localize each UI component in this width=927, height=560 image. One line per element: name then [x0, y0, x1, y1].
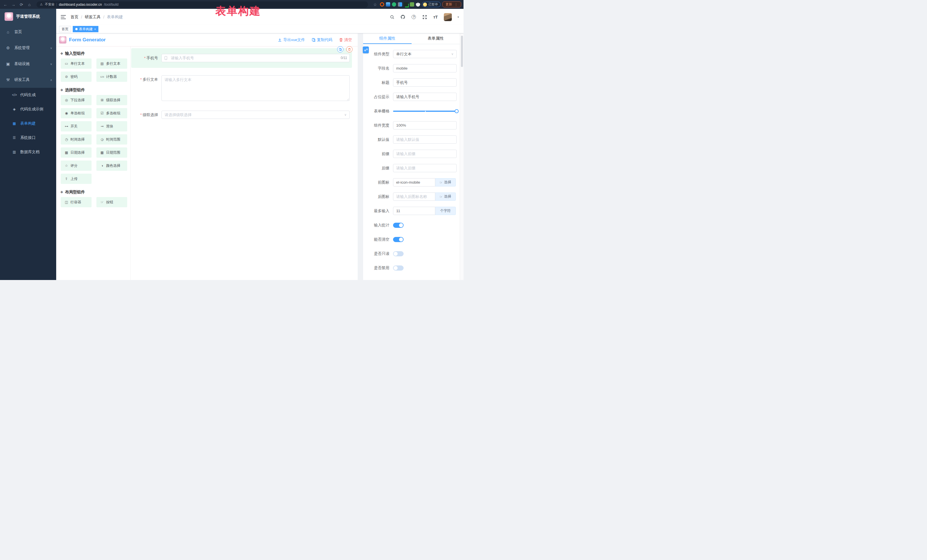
password-lock-icon: ⊘	[64, 75, 69, 79]
breadcrumb-home[interactable]: 首页	[70, 15, 78, 20]
sidebar-item-system-api[interactable]: ☰ 系统接口	[0, 131, 56, 145]
canvas-field-cascader[interactable]: *级联选择 请选择级联选择 ∨	[131, 108, 352, 122]
tab-component-props[interactable]: 组件属性	[363, 33, 412, 44]
palette-item-cascader[interactable]: ⊞级联选择	[96, 95, 127, 105]
fullscreen-icon[interactable]	[422, 15, 427, 20]
font-size-icon[interactable]: тT	[433, 15, 438, 20]
title-input[interactable]	[393, 78, 457, 87]
form-grid-slider[interactable]	[393, 107, 457, 115]
export-vue-label: 导出vue文件	[283, 37, 305, 42]
palette-item-date-picker[interactable]: ▦日期选择	[61, 147, 91, 158]
canvas-field-textarea[interactable]: *多行文本	[131, 73, 352, 105]
prefix-input[interactable]	[393, 150, 457, 158]
placeholder-input[interactable]	[393, 93, 457, 101]
extension-icon-2[interactable]	[386, 2, 390, 6]
textarea-input[interactable]	[161, 75, 350, 101]
palette-item-slider[interactable]: ⊸滑块	[96, 121, 127, 132]
palette-item-button[interactable]: ☞按钮	[96, 197, 127, 207]
search-icon[interactable]	[390, 15, 395, 20]
palette-item-rate[interactable]: ☆评分	[61, 161, 91, 171]
palette-item-radio-group[interactable]: ◉单选框组	[61, 108, 91, 118]
sidebar: 芋道管理系统 ⌂ 首页 ⚙ 系统管理 ∨ ▣ 基础设施 ∨ ⚒ 研发工具 ∧	[0, 9, 56, 280]
reload-icon[interactable]: ⟳	[18, 2, 24, 7]
security-label[interactable]: 不安全	[45, 2, 55, 6]
clear-button[interactable]: 清空	[339, 37, 352, 42]
default-value-input[interactable]	[393, 135, 457, 144]
palette-item-single-text[interactable]: ▭单行文本	[61, 58, 91, 69]
slider-handle[interactable]	[454, 109, 459, 113]
clearable-toggle[interactable]	[393, 237, 404, 242]
canvas-field-mobile[interactable]: *手机号 0/11	[131, 48, 352, 68]
browser-update-button[interactable]: 更新 ⋮	[442, 2, 461, 8]
collapse-menu-icon[interactable]	[61, 15, 66, 19]
duplicate-field-button[interactable]	[337, 46, 343, 52]
extension-icon-6[interactable]	[410, 2, 414, 6]
tab-form-props[interactable]: 表单属性	[412, 33, 460, 44]
sidebar-item-devtools[interactable]: ⚒ 研发工具 ∧	[0, 72, 56, 88]
sidebar-item-home[interactable]: ⌂ 首页	[0, 24, 56, 40]
generator-title[interactable]: Form Generator	[69, 37, 106, 43]
show-count-toggle[interactable]	[393, 223, 404, 228]
tag-close-icon[interactable]: ×	[94, 27, 96, 31]
sidebar-item-codegen-example[interactable]: ◈ 代码生成示例	[0, 102, 56, 116]
sidebar-item-system[interactable]: ⚙ 系统管理 ∨	[0, 40, 56, 56]
palette-item-switch[interactable]: ⊶开关	[61, 121, 91, 132]
field-name-input[interactable]	[393, 64, 457, 73]
prefix-icon-input[interactable]	[393, 178, 435, 187]
palette-item-date-range[interactable]: ▩日期范围	[96, 147, 127, 158]
breadcrumb-devtools[interactable]: 研发工具	[85, 15, 101, 20]
back-icon[interactable]: ←	[2, 2, 9, 7]
component-type-select[interactable]: 单行文本∨	[393, 50, 457, 58]
profile-paused-badge[interactable]: 已暂停	[422, 2, 441, 7]
palette-item-textarea[interactable]: ▤多行文本	[96, 58, 127, 69]
tag-form-builder[interactable]: 表单构建 ×	[73, 26, 99, 32]
forward-icon[interactable]: →	[10, 2, 17, 7]
home-icon[interactable]: ⌂	[26, 2, 32, 7]
extension-puzzle-icon[interactable]	[416, 2, 420, 6]
tag-home[interactable]: 首页	[59, 26, 71, 32]
sidebar-item-form-builder[interactable]: ▦ 表单构建	[0, 116, 56, 131]
app-logo-row[interactable]: 芋道管理系统	[0, 9, 56, 24]
delete-field-button[interactable]	[346, 46, 353, 52]
extension-icon-5[interactable]	[404, 2, 408, 6]
mobile-input[interactable]	[161, 54, 350, 62]
suffix-input[interactable]	[393, 164, 457, 172]
sidebar-item-codegen[interactable]: </> 代码生成	[0, 88, 56, 102]
export-vue-button[interactable]: 导出vue文件	[278, 37, 305, 42]
url-host[interactable]: dashboard.yudao.iocoder.cn	[59, 3, 102, 6]
json-drawer-button[interactable]	[363, 47, 369, 53]
extension-icon-4[interactable]	[398, 2, 402, 6]
palette-item-counter[interactable]: 123计数器	[96, 71, 127, 82]
palette-item-time-range[interactable]: ◶时间范围	[96, 134, 127, 144]
browser-menu-icon[interactable]: ⋮	[454, 3, 458, 6]
palette-item-time-picker[interactable]: ◷时间选择	[61, 134, 91, 144]
sidebar-item-infra[interactable]: ▣ 基础设施 ∨	[0, 56, 56, 72]
palette-item-select[interactable]: ◎下拉选择	[61, 95, 91, 105]
github-icon[interactable]	[400, 15, 406, 20]
scrollbar-thumb[interactable]	[461, 36, 463, 67]
sidebar-item-db-doc[interactable]: ▥ 数据库文档	[0, 145, 56, 159]
help-icon[interactable]: ?	[411, 15, 416, 20]
suffix-icon-input[interactable]	[393, 193, 435, 201]
page-scrollbar[interactable]	[460, 33, 464, 280]
disabled-toggle[interactable]	[393, 266, 404, 270]
palette-item-password[interactable]: ⊘密码	[61, 71, 91, 82]
prop-label: 标题	[363, 78, 393, 87]
user-avatar[interactable]	[444, 13, 452, 21]
cascader-select[interactable]: 请选择级联选择 ∨	[161, 111, 350, 119]
extension-icon-1[interactable]	[380, 2, 384, 6]
choose-suffix-icon-button[interactable]: ☞选择	[435, 193, 456, 201]
palette-item-upload[interactable]: ⇪上传	[61, 174, 91, 184]
max-length-input[interactable]	[393, 207, 435, 215]
user-menu-caret-icon[interactable]: ▾	[457, 15, 459, 18]
extension-icon-3[interactable]	[392, 2, 396, 6]
url-bar[interactable]: ⚠ 不安全 dashboard.yudao.iocoder.cn/tool/bu…	[36, 2, 368, 8]
component-width-input[interactable]	[393, 121, 457, 129]
bookmark-star-icon[interactable]: ☆	[372, 2, 378, 7]
palette-item-checkbox-group[interactable]: ☑多选框组	[96, 108, 127, 118]
palette-item-row-container[interactable]: ◫行容器	[61, 197, 91, 207]
readonly-toggle[interactable]	[393, 251, 404, 256]
choose-prefix-icon-button[interactable]: ☞选择	[435, 178, 456, 187]
palette-item-color-picker[interactable]: ◑颜色选择	[96, 161, 127, 171]
copy-code-button[interactable]: 复制代码	[312, 37, 332, 42]
